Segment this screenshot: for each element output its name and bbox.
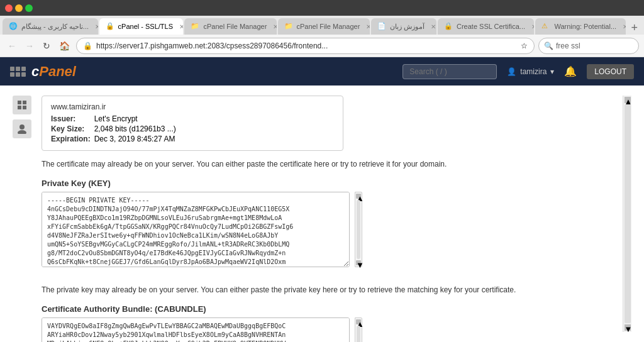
lock-icon: 🔒 [83,41,92,50]
page-scrollbar[interactable]: ▲ ▼ [623,96,631,332]
close-window-button[interactable] [5,4,13,12]
search-bar[interactable]: 🔍 free ssl [538,38,639,54]
cabundle-label: Certificate Authority Bundle: (CABUNDLE) [42,304,623,314]
cpanel-search-input[interactable] [402,64,497,79]
tab-label-fm1: cPanel File Manager [203,23,267,30]
textarea-scroll-up[interactable]: ▲ [356,194,361,199]
svg-rect-3 [23,106,26,109]
tab-label-ssl: cPanel - SSL/TLS [118,23,173,30]
cert-domain: www.tamiziran.ir [51,102,334,111]
key-size-value: 2,048 bits (d12961b3 ...) [94,124,180,134]
tab-label-learning: آموزش زبان [390,23,425,31]
cabundle-scroll-up[interactable]: ▲ [356,319,361,324]
tab-favicon-fm2: 📁 [284,22,293,31]
user-menu[interactable]: 👤 tamizira ▾ [507,67,554,76]
svg-point-4 [19,124,25,130]
bookmark-icon: ☆ [521,41,528,50]
tab-favicon-create-ssl: 🔒 [444,22,453,31]
tab-close-fm1[interactable]: ✕ [273,23,276,30]
svg-point-5 [18,130,26,134]
minimize-window-button[interactable] [15,4,23,12]
tab-favicon-ssl: 🔒 [106,22,114,31]
tab-favicon-learning: 📄 [377,22,386,31]
private-key-label: Private Key (KEY) [42,179,623,188]
tab-close-learning[interactable]: ✕ [431,23,436,30]
tab-create-ssl[interactable]: 🔒 Create SSL Certifica... ✕ [438,18,534,35]
sidebar-user-icon[interactable] [13,119,31,138]
username: tamizira [520,67,547,76]
svg-rect-1 [23,101,26,104]
tab-label-create-ssl: Create SSL Certifica... [457,23,525,30]
tab-close-ssl[interactable]: ✕ [179,23,183,30]
tab-favicon-fm1: 📁 [191,22,199,31]
tab-label-user-panel: ناحیه کاربری - پیشگام... [21,23,89,31]
issuer-label: Issuer: [51,114,94,124]
logout-button[interactable]: LOGOUT [587,64,634,79]
scroll-up-button[interactable]: ▲ [625,97,631,103]
cert-description: The certificate may already be on your s… [42,158,623,170]
tab-favicon-user-panel: 🌐 [9,22,18,31]
tab-close-user-panel[interactable]: ✕ [95,23,98,30]
user-dropdown-icon: ▾ [550,67,554,76]
new-tab-button[interactable]: + [627,21,641,35]
tab-label-fm2: cPanel File Manager [297,23,360,30]
expiration-value: Dec 3, 2019 8:45:27 AM [94,134,180,144]
tab-ssl-tls[interactable]: 🔒 cPanel - SSL/TLS ✕ [99,18,184,35]
user-avatar-icon: 👤 [507,67,516,76]
cabundle-textarea[interactable] [42,317,350,342]
tab-file-manager-1[interactable]: 📁 cPanel File Manager ✕ [184,18,276,35]
url-bar[interactable]: 🔒 https://server17.pishgamweb.net:2083/c… [76,38,535,54]
left-sidebar [13,96,35,332]
issuer-value: Let's Encrypt [94,114,180,124]
refresh-button[interactable]: ↻ [40,40,53,52]
home-button[interactable]: 🏠 [57,40,72,52]
tab-user-panel[interactable]: 🌐 ناحیه کاربری - پیشگام... ✕ [3,18,98,35]
tab-close-warning[interactable]: ✕ [623,23,626,30]
textarea-scroll-down[interactable]: ▼ [356,260,361,265]
tab-close-fm2[interactable]: ✕ [366,23,369,30]
tab-label-warning: Warning: Potential... [554,23,616,30]
key-size-label: Key Size: [51,124,94,134]
forward-button[interactable]: → [23,40,36,52]
url-text: https://server17.pishgamweb.net:2083/cps… [96,41,517,50]
notification-bell-icon[interactable]: 🔔 [564,65,577,77]
private-key-textarea[interactable] [42,192,350,267]
cpanel-logo: cPanel [31,63,76,80]
svg-rect-2 [18,106,21,109]
tab-warning[interactable]: ⚠ Warning: Potential... ✕ [535,18,626,35]
tab-file-manager-2[interactable]: 📁 cPanel File Manager ✕ [278,18,370,35]
search-text: free ssl [556,41,580,50]
browser-chrome [0,0,644,16]
expiration-label: Expiration: [51,134,94,144]
content-area: www.tamiziran.ir Issuer: Let's Encrypt K… [35,96,623,332]
address-bar: ← → ↻ 🏠 🔒 https://server17.pishgamweb.ne… [0,35,644,57]
scroll-down-button[interactable]: ▼ [625,324,631,331]
tab-favicon-warning: ⚠ [541,22,550,31]
tab-bar: 🌐 ناحیه کاربری - پیشگام... ✕ 🔒 cPanel - … [0,16,644,35]
sidebar-grid-icon[interactable] [13,96,31,114]
key-description: The private key may already be on your s… [42,284,623,295]
svg-rect-0 [18,101,21,104]
main-content: www.tamiziran.ir Issuer: Let's Encrypt K… [0,86,644,342]
cpanel-header: cPanel 👤 tamizira ▾ 🔔 LOGOUT [0,57,644,86]
cert-info-box: www.tamiziran.ir Issuer: Let's Encrypt K… [42,96,343,151]
search-icon: 🔍 [544,41,553,50]
tab-close-create-ssl[interactable]: ✕ [531,23,534,30]
back-button[interactable]: ← [5,40,19,52]
tab-learning[interactable]: 📄 آموزش زبان ✕ [371,18,436,35]
maximize-window-button[interactable] [25,4,33,12]
